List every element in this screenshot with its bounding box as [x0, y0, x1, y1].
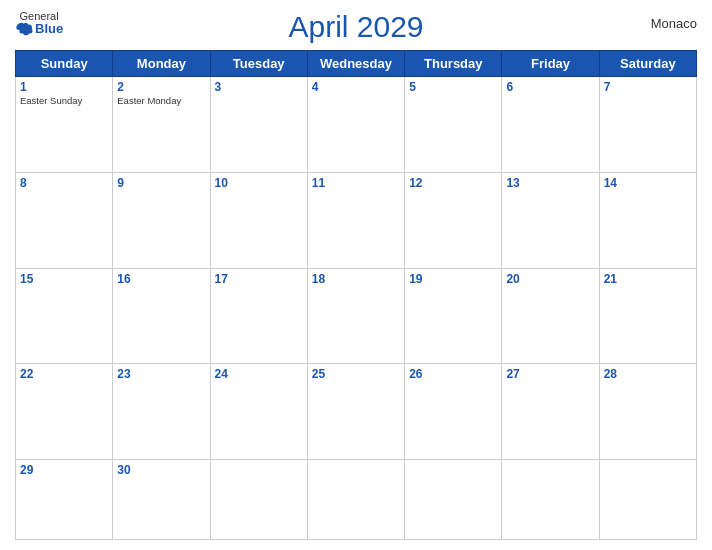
holiday-label: Easter Sunday: [20, 95, 108, 106]
day-number: 18: [312, 272, 400, 286]
day-number: 7: [604, 80, 692, 94]
table-row: 2Easter Monday: [113, 77, 210, 173]
week-row-4: 22232425262728: [16, 364, 697, 460]
table-row: 11: [307, 172, 404, 268]
calendar-header: General Blue April 2029 Monaco: [15, 10, 697, 44]
weekday-header-saturday: Saturday: [599, 51, 696, 77]
day-number: 14: [604, 176, 692, 190]
day-number: 28: [604, 367, 692, 381]
day-number: 9: [117, 176, 205, 190]
country-label: Monaco: [651, 16, 697, 31]
table-row: 9: [113, 172, 210, 268]
table-row: 27: [502, 364, 599, 460]
day-number: 26: [409, 367, 497, 381]
day-number: 4: [312, 80, 400, 94]
table-row: 14: [599, 172, 696, 268]
day-number: 24: [215, 367, 303, 381]
weekday-header-sunday: Sunday: [16, 51, 113, 77]
table-row: 8: [16, 172, 113, 268]
table-row: 29: [16, 460, 113, 540]
day-number: 2: [117, 80, 205, 94]
table-row: 25: [307, 364, 404, 460]
day-number: 15: [20, 272, 108, 286]
logo-blue-text: Blue: [15, 22, 63, 36]
weekday-header-friday: Friday: [502, 51, 599, 77]
day-number: 13: [506, 176, 594, 190]
table-row: 17: [210, 268, 307, 364]
weekday-header-tuesday: Tuesday: [210, 51, 307, 77]
table-row: 1Easter Sunday: [16, 77, 113, 173]
table-row: 6: [502, 77, 599, 173]
logo-bird-icon: [15, 22, 33, 36]
day-number: 12: [409, 176, 497, 190]
table-row: 7: [599, 77, 696, 173]
weekday-header-row: SundayMondayTuesdayWednesdayThursdayFrid…: [16, 51, 697, 77]
weekday-header-thursday: Thursday: [405, 51, 502, 77]
day-number: 21: [604, 272, 692, 286]
table-row: [405, 460, 502, 540]
table-row: 3: [210, 77, 307, 173]
table-row: 26: [405, 364, 502, 460]
weekday-header-monday: Monday: [113, 51, 210, 77]
day-number: 10: [215, 176, 303, 190]
table-row: 13: [502, 172, 599, 268]
day-number: 17: [215, 272, 303, 286]
table-row: 22: [16, 364, 113, 460]
day-number: 20: [506, 272, 594, 286]
week-row-2: 891011121314: [16, 172, 697, 268]
day-number: 23: [117, 367, 205, 381]
table-row: 30: [113, 460, 210, 540]
table-row: 21: [599, 268, 696, 364]
calendar-table: SundayMondayTuesdayWednesdayThursdayFrid…: [15, 50, 697, 540]
day-number: 25: [312, 367, 400, 381]
week-row-1: 1Easter Sunday2Easter Monday34567: [16, 77, 697, 173]
day-number: 29: [20, 463, 108, 477]
day-number: 22: [20, 367, 108, 381]
day-number: 11: [312, 176, 400, 190]
day-number: 1: [20, 80, 108, 94]
weekday-header-wednesday: Wednesday: [307, 51, 404, 77]
table-row: [599, 460, 696, 540]
table-row: 18: [307, 268, 404, 364]
logo: General Blue: [15, 10, 63, 36]
day-number: 30: [117, 463, 205, 477]
week-row-3: 15161718192021: [16, 268, 697, 364]
table-row: 10: [210, 172, 307, 268]
day-number: 27: [506, 367, 594, 381]
day-number: 6: [506, 80, 594, 94]
table-row: 19: [405, 268, 502, 364]
table-row: 20: [502, 268, 599, 364]
table-row: [502, 460, 599, 540]
table-row: 16: [113, 268, 210, 364]
table-row: [210, 460, 307, 540]
table-row: 4: [307, 77, 404, 173]
day-number: 5: [409, 80, 497, 94]
table-row: 28: [599, 364, 696, 460]
table-row: [307, 460, 404, 540]
holiday-label: Easter Monday: [117, 95, 205, 106]
day-number: 8: [20, 176, 108, 190]
table-row: 24: [210, 364, 307, 460]
table-row: 12: [405, 172, 502, 268]
week-row-5: 2930: [16, 460, 697, 540]
table-row: 5: [405, 77, 502, 173]
calendar-title: April 2029: [288, 10, 423, 44]
day-number: 16: [117, 272, 205, 286]
table-row: 15: [16, 268, 113, 364]
table-row: 23: [113, 364, 210, 460]
day-number: 3: [215, 80, 303, 94]
day-number: 19: [409, 272, 497, 286]
